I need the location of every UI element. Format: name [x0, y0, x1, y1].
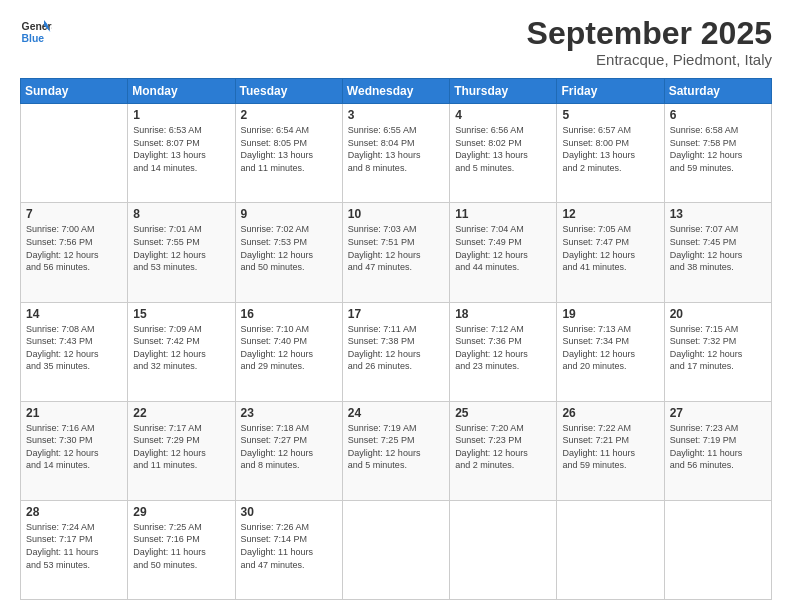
- day-info: Sunrise: 7:07 AM Sunset: 7:45 PM Dayligh…: [670, 223, 766, 273]
- day-number: 11: [455, 207, 551, 221]
- calendar-week-row: 7Sunrise: 7:00 AM Sunset: 7:56 PM Daylig…: [21, 203, 772, 302]
- svg-text:Blue: Blue: [22, 33, 45, 44]
- page: General Blue September 2025 Entracque, P…: [0, 0, 792, 612]
- calendar-cell: 13Sunrise: 7:07 AM Sunset: 7:45 PM Dayli…: [664, 203, 771, 302]
- calendar-cell: 3Sunrise: 6:55 AM Sunset: 8:04 PM Daylig…: [342, 104, 449, 203]
- calendar-cell: 10Sunrise: 7:03 AM Sunset: 7:51 PM Dayli…: [342, 203, 449, 302]
- day-info: Sunrise: 7:05 AM Sunset: 7:47 PM Dayligh…: [562, 223, 658, 273]
- calendar-cell: [21, 104, 128, 203]
- day-number: 30: [241, 505, 337, 519]
- day-info: Sunrise: 6:57 AM Sunset: 8:00 PM Dayligh…: [562, 124, 658, 174]
- calendar-week-row: 28Sunrise: 7:24 AM Sunset: 7:17 PM Dayli…: [21, 500, 772, 599]
- day-number: 9: [241, 207, 337, 221]
- col-wednesday: Wednesday: [342, 79, 449, 104]
- title-block: September 2025 Entracque, Piedmont, Ital…: [527, 16, 772, 68]
- calendar-cell: 9Sunrise: 7:02 AM Sunset: 7:53 PM Daylig…: [235, 203, 342, 302]
- day-info: Sunrise: 7:00 AM Sunset: 7:56 PM Dayligh…: [26, 223, 122, 273]
- day-number: 6: [670, 108, 766, 122]
- day-info: Sunrise: 7:12 AM Sunset: 7:36 PM Dayligh…: [455, 323, 551, 373]
- calendar-cell: 29Sunrise: 7:25 AM Sunset: 7:16 PM Dayli…: [128, 500, 235, 599]
- day-number: 14: [26, 307, 122, 321]
- calendar-cell: 25Sunrise: 7:20 AM Sunset: 7:23 PM Dayli…: [450, 401, 557, 500]
- month-title: September 2025: [527, 16, 772, 51]
- day-number: 1: [133, 108, 229, 122]
- day-info: Sunrise: 7:03 AM Sunset: 7:51 PM Dayligh…: [348, 223, 444, 273]
- day-number: 24: [348, 406, 444, 420]
- calendar-cell: 7Sunrise: 7:00 AM Sunset: 7:56 PM Daylig…: [21, 203, 128, 302]
- day-info: Sunrise: 6:56 AM Sunset: 8:02 PM Dayligh…: [455, 124, 551, 174]
- day-number: 3: [348, 108, 444, 122]
- day-number: 8: [133, 207, 229, 221]
- day-number: 18: [455, 307, 551, 321]
- calendar-cell: 27Sunrise: 7:23 AM Sunset: 7:19 PM Dayli…: [664, 401, 771, 500]
- calendar-cell: 22Sunrise: 7:17 AM Sunset: 7:29 PM Dayli…: [128, 401, 235, 500]
- day-number: 27: [670, 406, 766, 420]
- day-number: 26: [562, 406, 658, 420]
- calendar-cell: 1Sunrise: 6:53 AM Sunset: 8:07 PM Daylig…: [128, 104, 235, 203]
- col-friday: Friday: [557, 79, 664, 104]
- day-info: Sunrise: 7:02 AM Sunset: 7:53 PM Dayligh…: [241, 223, 337, 273]
- day-number: 15: [133, 307, 229, 321]
- day-info: Sunrise: 7:24 AM Sunset: 7:17 PM Dayligh…: [26, 521, 122, 571]
- day-info: Sunrise: 7:11 AM Sunset: 7:38 PM Dayligh…: [348, 323, 444, 373]
- calendar-cell: 17Sunrise: 7:11 AM Sunset: 7:38 PM Dayli…: [342, 302, 449, 401]
- day-info: Sunrise: 7:19 AM Sunset: 7:25 PM Dayligh…: [348, 422, 444, 472]
- calendar-cell: 14Sunrise: 7:08 AM Sunset: 7:43 PM Dayli…: [21, 302, 128, 401]
- calendar-week-row: 14Sunrise: 7:08 AM Sunset: 7:43 PM Dayli…: [21, 302, 772, 401]
- day-number: 21: [26, 406, 122, 420]
- col-monday: Monday: [128, 79, 235, 104]
- calendar-cell: 30Sunrise: 7:26 AM Sunset: 7:14 PM Dayli…: [235, 500, 342, 599]
- calendar-cell: 16Sunrise: 7:10 AM Sunset: 7:40 PM Dayli…: [235, 302, 342, 401]
- day-number: 22: [133, 406, 229, 420]
- day-number: 7: [26, 207, 122, 221]
- day-info: Sunrise: 6:55 AM Sunset: 8:04 PM Dayligh…: [348, 124, 444, 174]
- day-info: Sunrise: 7:04 AM Sunset: 7:49 PM Dayligh…: [455, 223, 551, 273]
- day-number: 12: [562, 207, 658, 221]
- day-number: 5: [562, 108, 658, 122]
- calendar-cell: [450, 500, 557, 599]
- day-info: Sunrise: 7:15 AM Sunset: 7:32 PM Dayligh…: [670, 323, 766, 373]
- day-number: 25: [455, 406, 551, 420]
- day-info: Sunrise: 7:09 AM Sunset: 7:42 PM Dayligh…: [133, 323, 229, 373]
- calendar-cell: 18Sunrise: 7:12 AM Sunset: 7:36 PM Dayli…: [450, 302, 557, 401]
- day-number: 23: [241, 406, 337, 420]
- day-info: Sunrise: 7:18 AM Sunset: 7:27 PM Dayligh…: [241, 422, 337, 472]
- calendar-cell: [342, 500, 449, 599]
- calendar-cell: 12Sunrise: 7:05 AM Sunset: 7:47 PM Dayli…: [557, 203, 664, 302]
- day-info: Sunrise: 7:17 AM Sunset: 7:29 PM Dayligh…: [133, 422, 229, 472]
- day-number: 16: [241, 307, 337, 321]
- calendar-cell: 21Sunrise: 7:16 AM Sunset: 7:30 PM Dayli…: [21, 401, 128, 500]
- day-number: 10: [348, 207, 444, 221]
- calendar-table: Sunday Monday Tuesday Wednesday Thursday…: [20, 78, 772, 600]
- calendar-cell: 8Sunrise: 7:01 AM Sunset: 7:55 PM Daylig…: [128, 203, 235, 302]
- day-info: Sunrise: 7:13 AM Sunset: 7:34 PM Dayligh…: [562, 323, 658, 373]
- calendar-week-row: 1Sunrise: 6:53 AM Sunset: 8:07 PM Daylig…: [21, 104, 772, 203]
- day-info: Sunrise: 7:20 AM Sunset: 7:23 PM Dayligh…: [455, 422, 551, 472]
- header: General Blue September 2025 Entracque, P…: [20, 16, 772, 68]
- calendar-cell: 26Sunrise: 7:22 AM Sunset: 7:21 PM Dayli…: [557, 401, 664, 500]
- col-saturday: Saturday: [664, 79, 771, 104]
- day-info: Sunrise: 7:25 AM Sunset: 7:16 PM Dayligh…: [133, 521, 229, 571]
- calendar-cell: [557, 500, 664, 599]
- day-info: Sunrise: 7:01 AM Sunset: 7:55 PM Dayligh…: [133, 223, 229, 273]
- calendar-cell: 11Sunrise: 7:04 AM Sunset: 7:49 PM Dayli…: [450, 203, 557, 302]
- day-number: 2: [241, 108, 337, 122]
- day-info: Sunrise: 6:53 AM Sunset: 8:07 PM Dayligh…: [133, 124, 229, 174]
- location-title: Entracque, Piedmont, Italy: [527, 51, 772, 68]
- day-info: Sunrise: 7:26 AM Sunset: 7:14 PM Dayligh…: [241, 521, 337, 571]
- day-info: Sunrise: 7:16 AM Sunset: 7:30 PM Dayligh…: [26, 422, 122, 472]
- col-thursday: Thursday: [450, 79, 557, 104]
- day-number: 28: [26, 505, 122, 519]
- day-number: 4: [455, 108, 551, 122]
- logo-icon: General Blue: [20, 16, 52, 48]
- calendar-cell: 23Sunrise: 7:18 AM Sunset: 7:27 PM Dayli…: [235, 401, 342, 500]
- day-info: Sunrise: 7:10 AM Sunset: 7:40 PM Dayligh…: [241, 323, 337, 373]
- calendar-cell: 24Sunrise: 7:19 AM Sunset: 7:25 PM Dayli…: [342, 401, 449, 500]
- calendar-cell: 19Sunrise: 7:13 AM Sunset: 7:34 PM Dayli…: [557, 302, 664, 401]
- day-number: 19: [562, 307, 658, 321]
- calendar-week-row: 21Sunrise: 7:16 AM Sunset: 7:30 PM Dayli…: [21, 401, 772, 500]
- calendar-cell: 20Sunrise: 7:15 AM Sunset: 7:32 PM Dayli…: [664, 302, 771, 401]
- day-info: Sunrise: 6:54 AM Sunset: 8:05 PM Dayligh…: [241, 124, 337, 174]
- calendar-cell: 6Sunrise: 6:58 AM Sunset: 7:58 PM Daylig…: [664, 104, 771, 203]
- day-info: Sunrise: 7:08 AM Sunset: 7:43 PM Dayligh…: [26, 323, 122, 373]
